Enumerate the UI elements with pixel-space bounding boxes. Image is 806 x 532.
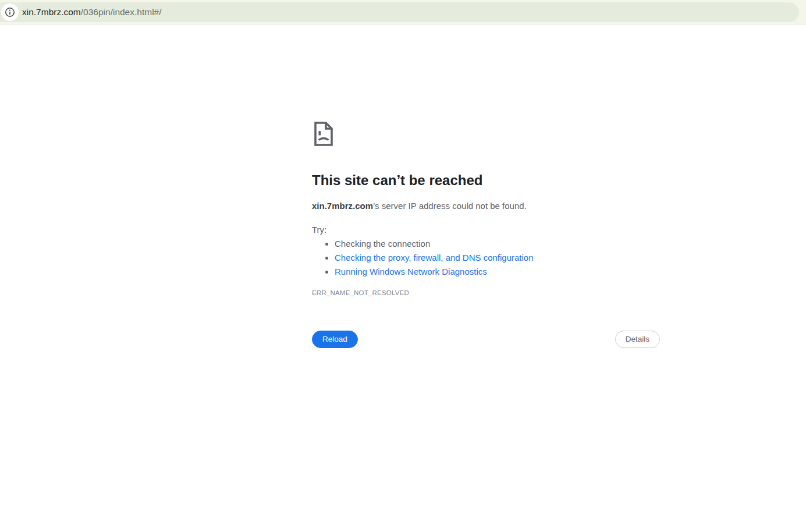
browser-error-page: xin.7mbrz.com/036pin/index.html#/ This s… <box>0 0 806 532</box>
reload-button[interactable]: Reload <box>312 331 358 348</box>
error-message-rest: ’s server IP address could not be found. <box>373 201 527 211</box>
error-content: This site can’t be reached xin.7mbrz.com… <box>312 116 660 367</box>
suggestion-text: Checking the connection <box>335 239 430 249</box>
details-button[interactable]: Details <box>615 331 660 348</box>
proxy-firewall-dns-link[interactable]: Checking the proxy, firewall, and DNS co… <box>335 253 534 263</box>
sad-file-icon <box>312 120 335 150</box>
browser-toolbar: xin.7mbrz.com/036pin/index.html#/ <box>0 0 806 24</box>
list-item: Running Windows Network Diagnostics <box>312 265 660 279</box>
error-code: ERR_NAME_NOT_RESOLVED <box>312 289 409 296</box>
url-text[interactable]: xin.7mbrz.com/036pin/index.html#/ <box>22 2 162 22</box>
address-bar[interactable]: xin.7mbrz.com/036pin/index.html#/ <box>0 2 799 22</box>
list-item: Checking the connection <box>312 237 660 251</box>
url-path: /036pin/index.html#/ <box>81 7 162 17</box>
network-diagnostics-link[interactable]: Running Windows Network Diagnostics <box>335 267 487 276</box>
site-info-button[interactable] <box>1 3 19 21</box>
url-domain: xin.7mbrz.com <box>22 7 81 17</box>
button-row: Reload Details <box>312 331 660 348</box>
info-icon <box>5 7 15 17</box>
suggestion-list: Checking the connection Checking the pro… <box>312 237 660 279</box>
page-title: This site can’t be reached <box>312 172 482 189</box>
try-label: Try: <box>312 225 326 235</box>
list-item: Checking the proxy, firewall, and DNS co… <box>312 251 660 265</box>
error-message: xin.7mbrz.com’s server IP address could … <box>312 201 527 211</box>
error-message-domain: xin.7mbrz.com <box>312 201 373 211</box>
